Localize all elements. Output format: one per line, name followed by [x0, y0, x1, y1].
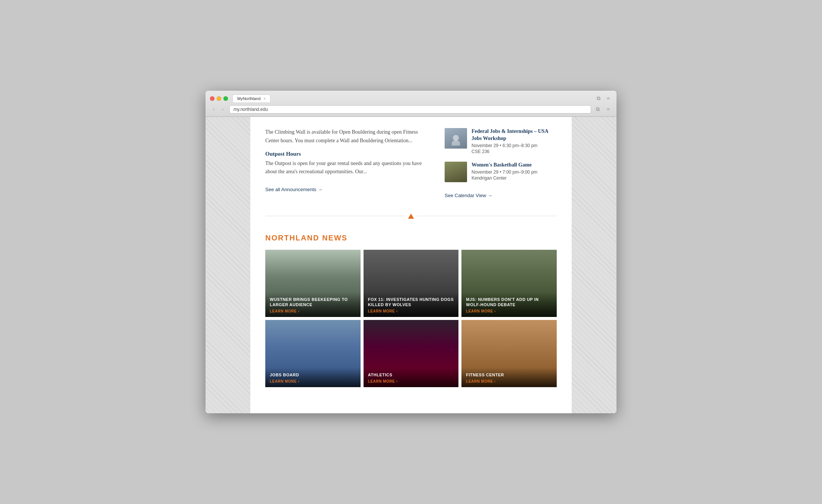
news-card-athletics[interactable]: ATHLETICS LEARN MORE	[364, 320, 459, 387]
browser-actions: ⧉ ≡	[595, 95, 612, 102]
event-item: Federal Jobs & Internships – USA Jobs Wo…	[445, 128, 557, 154]
page-background: The Climbing Wall is available for Open …	[206, 117, 616, 413]
event-title-federal[interactable]: Federal Jobs & Internships – USA Jobs Wo…	[472, 128, 557, 141]
browser-window: MyNorthland × ⧉ ≡ ‹ › my.northland.edu ⧉…	[206, 91, 616, 413]
news-card-title-jobs: JOBS BOARD	[270, 372, 356, 377]
news-card-wolf[interactable]: MJS: NUMBERS DON'T ADD UP IN WOLF-HOUND …	[461, 250, 557, 317]
news-card-overlay: ATHLETICS LEARN MORE	[364, 368, 459, 387]
divider-line-left	[265, 216, 405, 216]
news-card-dogs[interactable]: FOX 11: INVESTIGATES HUNTING DOGS KILLED…	[364, 250, 459, 317]
federal-jobs-thumbnail-image	[445, 128, 467, 149]
see-all-announcements-link[interactable]: See all Announcements →	[265, 187, 322, 192]
section-divider	[265, 214, 557, 219]
main-content: The Climbing Wall is available for Open …	[250, 117, 572, 413]
tab-close-icon[interactable]: ×	[263, 97, 266, 101]
news-card-title-beekeeping: WUSTNER BRINGS BEEKEEPING TO LARGER AUDI…	[270, 297, 356, 308]
news-card-title-dogs: FOX 11: INVESTIGATES HUNTING DOGS KILLED…	[368, 297, 454, 308]
basketball-thumbnail-image	[445, 162, 467, 182]
maximize-button[interactable]	[223, 96, 228, 101]
forward-arrow[interactable]: ›	[219, 106, 226, 113]
event-thumbnail-federal	[445, 128, 467, 149]
browser-tab[interactable]: MyNorthland ×	[232, 94, 271, 102]
news-card-jobs[interactable]: JOBS BOARD LEARN MORE	[265, 320, 361, 387]
see-calendar-link[interactable]: See Calendar View →	[445, 193, 492, 198]
news-card-overlay: MJS: NUMBERS DON'T ADD UP IN WOLF-HOUND …	[461, 292, 557, 317]
event-title-basketball[interactable]: Women's Basketball Game	[472, 162, 537, 168]
news-card-overlay: FITNESS CENTER LEARN MORE	[461, 368, 557, 387]
news-card-beekeeping[interactable]: WUSTNER BRINGS BEEKEEPING TO LARGER AUDI…	[265, 250, 361, 317]
news-learn-more-fitness[interactable]: LEARN MORE	[466, 379, 552, 383]
event-thumbnail-basketball	[445, 162, 467, 182]
outpost-text: The Outpost is open for your gear rental…	[265, 159, 430, 176]
announcements-events-section: The Climbing Wall is available for Open …	[265, 121, 557, 206]
window-icon[interactable]: ⧉	[594, 106, 602, 113]
url-bar[interactable]: my.northland.edu	[229, 105, 591, 113]
event-date-federal: November 29 • 6:30 pm–8:30 pm	[472, 143, 557, 148]
climbing-wall-text: The Climbing Wall is available for Open …	[265, 128, 430, 145]
news-card-fitness[interactable]: FITNESS CENTER LEARN MORE	[461, 320, 557, 387]
news-card-overlay: JOBS BOARD LEARN MORE	[265, 368, 361, 387]
news-learn-more-beekeeping[interactable]: LEARN MORE	[270, 309, 356, 313]
news-learn-more-athletics[interactable]: LEARN MORE	[368, 379, 454, 383]
announcements-column: The Climbing Wall is available for Open …	[265, 128, 430, 198]
news-card-overlay: WUSTNER BRINGS BEEKEEPING TO LARGER AUDI…	[265, 292, 361, 317]
close-button[interactable]	[210, 96, 214, 101]
event-info-federal: Federal Jobs & Internships – USA Jobs Wo…	[472, 128, 557, 154]
news-card-title-athletics: ATHLETICS	[368, 372, 454, 377]
nav-arrows: ‹ ›	[210, 106, 226, 113]
window-toggle-icon[interactable]: ⧉	[595, 95, 602, 102]
window-buttons	[210, 96, 228, 101]
events-column: Federal Jobs & Internships – USA Jobs Wo…	[445, 128, 557, 198]
browser-chrome: MyNorthland × ⧉ ≡ ‹ › my.northland.edu ⧉…	[206, 91, 616, 117]
menu-icon[interactable]: ≡	[605, 95, 612, 102]
news-section: NORTHLAND NEWS WUSTNER BRINGS BEEKEEPING…	[265, 226, 557, 398]
back-arrow[interactable]: ‹	[210, 106, 217, 113]
event-location-federal: CSE 236	[472, 149, 557, 154]
browser-nav-row: ‹ › my.northland.edu ⧉ ≡	[210, 105, 612, 113]
news-card-title-fitness: FITNESS CENTER	[466, 372, 552, 377]
divider-triangle-icon	[408, 214, 414, 219]
news-section-heading: NORTHLAND NEWS	[265, 234, 557, 242]
event-item: Women's Basketball Game November 29 • 7:…	[445, 162, 557, 182]
news-card-overlay: FOX 11: INVESTIGATES HUNTING DOGS KILLED…	[364, 292, 459, 317]
event-location-basketball: Kendrigan Center	[472, 175, 537, 181]
outpost-heading: Outpost Hours	[265, 151, 430, 157]
minimize-button[interactable]	[217, 96, 221, 101]
news-learn-more-jobs[interactable]: LEARN MORE	[270, 379, 356, 383]
hamburger-icon[interactable]: ≡	[605, 106, 612, 113]
news-grid: WUSTNER BRINGS BEEKEEPING TO LARGER AUDI…	[265, 250, 557, 387]
tab-label: MyNorthland	[237, 96, 260, 101]
event-info-basketball: Women's Basketball Game November 29 • 7:…	[472, 162, 537, 181]
news-learn-more-wolf[interactable]: LEARN MORE	[466, 309, 552, 313]
divider-line-right	[417, 216, 557, 216]
news-card-title-wolf: MJS: NUMBERS DON'T ADD UP IN WOLF-HOUND …	[466, 297, 552, 308]
news-learn-more-dogs[interactable]: LEARN MORE	[368, 309, 454, 313]
event-date-basketball: November 29 • 7:00 pm–9:00 pm	[472, 169, 537, 175]
tab-bar: MyNorthland ×	[232, 94, 595, 102]
